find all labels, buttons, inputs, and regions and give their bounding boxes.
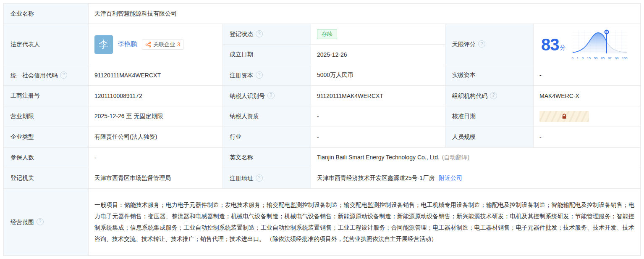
related-companies-label: 关联企业 <box>153 41 175 48</box>
taxpayer-qualification-value: - <box>311 106 445 127</box>
english-name-label: 英文名称 <box>223 148 311 168</box>
related-companies-icon <box>145 42 151 48</box>
taxpayer-id-label: 纳税人识别号 <box>230 92 265 99</box>
axis-tick: 15 <box>587 56 591 60</box>
reg-address-label-cell: 注册地址? <box>223 168 311 189</box>
taxpayer-id-label-cell: 纳税人识别号? <box>223 86 311 106</box>
reg-status-value-cell: 存续 <box>311 24 445 45</box>
axis-tick: 50 <box>594 56 598 60</box>
staff-size-value: - <box>534 127 641 148</box>
reg-address-label: 注册地址 <box>230 174 253 181</box>
paid-capital-label: 实缴资本 <box>445 65 534 86</box>
help-icon[interactable]: ? <box>256 30 263 37</box>
company-name-value: 天津百利智慧能源科技有限公司 <box>89 4 641 24</box>
insured-count-label: 参保人数 <box>4 148 89 168</box>
company-info-table: 企业名称 天津百利智慧能源科技有限公司 法定代表人 李 李艳鹏 关联企业 3 <box>3 3 641 256</box>
score-label: 天眼评分 <box>452 41 476 48</box>
paid-capital-value: - <box>534 65 641 86</box>
credit-code-label: 统一社会信用代码 <box>10 71 58 78</box>
avatar[interactable]: 李 <box>94 35 113 54</box>
related-companies-count: 3 <box>177 41 180 48</box>
est-date-label: 成立日期 <box>223 45 311 65</box>
table-row: 法定代表人 李 李艳鹏 关联企业 3 登记状态? <box>4 24 641 45</box>
table-row: 参保人数 - 英文名称 Tianjin Baili Smart Energy T… <box>4 148 641 168</box>
reg-address-value-cell: 天津市西青经济技术开发区鑫源道25号-1厂房附近公司 <box>311 168 641 189</box>
insured-count-value: - <box>89 148 223 168</box>
help-icon[interactable]: ? <box>60 71 67 79</box>
staff-size-label: 人员规模 <box>445 127 534 148</box>
help-icon[interactable]: ? <box>256 174 263 182</box>
legal-rep-cell: 李 李艳鹏 关联企业 3 <box>89 24 223 65</box>
approval-date-label: 核准日期 <box>445 106 534 127</box>
table-row: 工商注册号 120111000891172 纳税人识别号? 91120111MA… <box>4 86 641 106</box>
axis-tick: 99 <box>615 56 619 60</box>
table-row: 企业类型 有限责任公司(法人独资) 行业 - 人员规模 - <box>4 127 641 148</box>
credit-code-label-cell: 统一社会信用代码? <box>4 65 89 86</box>
legal-rep-name-link[interactable]: 李艳鹏 <box>118 40 137 48</box>
score-number: 83 <box>541 37 559 52</box>
approval-date-value-cell <box>534 106 641 127</box>
company-type-value: 有限责任公司(法人独资) <box>89 127 223 148</box>
reg-capital-label-cell: 注册资本? <box>223 65 311 86</box>
axis-tick: 1 <box>577 56 579 60</box>
axis-tick: 97 <box>608 56 612 60</box>
reg-address-value: 天津市西青经济技术开发区鑫源道25号-1厂房 <box>317 174 435 181</box>
table-row: 营业期限 2025-12-26 至 无固定期限 纳税人资质 - 核准日期 <box>4 106 641 127</box>
legal-rep-label: 法定代表人 <box>4 24 89 65</box>
industry-label: 行业 <box>223 127 311 148</box>
reg-capital-label: 注册资本 <box>230 71 253 78</box>
table-row: 登记机关 天津市西青区市场监督管理局 注册地址? 天津市西青经济技术开发区鑫源道… <box>4 168 641 189</box>
taxpayer-id-value: 91120111MAK4WERCXT <box>311 86 445 106</box>
table-row: 企业名称 天津百利智慧能源科技有限公司 <box>4 4 641 24</box>
help-icon[interactable]: ? <box>37 218 44 225</box>
business-scope-label-cell: 经营范围? <box>4 189 89 256</box>
taxpayer-qualification-label: 纳税人资质 <box>223 106 311 127</box>
help-icon[interactable]: ? <box>267 92 275 99</box>
lock-icon <box>561 114 567 119</box>
approval-date-locked-placeholder[interactable] <box>539 111 589 122</box>
auto-translate-note: (自动翻译) <box>442 154 469 161</box>
nearby-companies-link[interactable]: 附近公司 <box>439 174 462 181</box>
business-scope-label: 经营范围 <box>10 218 34 225</box>
score-unit: 分 <box>560 44 566 52</box>
est-date-value: 2025-12-26 <box>311 45 445 65</box>
status-badge: 存续 <box>317 29 337 39</box>
company-name-label: 企业名称 <box>4 4 89 24</box>
reg-authority-label: 登记机关 <box>4 168 89 189</box>
reg-status-label-cell: 登记状态? <box>223 24 311 45</box>
axis-tick: 100 <box>622 56 627 60</box>
english-name-value: Tianjin Baili Smart Energy Technology Co… <box>317 154 440 161</box>
business-scope-value: 一般项目：储能技术服务；电力电子元器件制造；发电技术服务；输变配电监测控制设备制… <box>94 199 634 245</box>
related-companies-badge[interactable]: 关联企业 3 <box>142 40 183 50</box>
axis-tick: 0 <box>572 56 573 60</box>
score-value-link[interactable]: 83 分 <box>541 37 566 52</box>
business-term-label: 营业期限 <box>4 106 89 127</box>
org-code-label: 组织机构代码 <box>452 92 487 99</box>
table-row: 统一社会信用代码? 91120111MAK4WERCXT 注册资本? 5000万… <box>4 65 641 86</box>
reg-status-label: 登记状态 <box>230 30 253 37</box>
score-label-cell: 天眼评分? <box>445 24 534 65</box>
business-term-value: 2025-12-26 至 无固定期限 <box>89 106 223 127</box>
score-distribution-chart[interactable]: 0 1 3 15 50 85 97 99 100 <box>572 29 628 60</box>
score-cell: 83 分 <box>534 24 641 65</box>
industry-value: - <box>311 127 445 148</box>
company-type-label: 企业类型 <box>4 127 89 148</box>
axis-tick: 3 <box>582 56 584 60</box>
table-row: 经营范围? 一般项目：储能技术服务；电力电子元器件制造；发电技术服务；输变配电监… <box>4 189 641 256</box>
org-code-value: MAK4WERC-X <box>534 86 641 106</box>
org-code-label-cell: 组织机构代码? <box>445 86 534 106</box>
reg-number-label: 工商注册号 <box>4 86 89 106</box>
credit-code-value: 91120111MAK4WERCXT <box>89 65 223 86</box>
score-curve-svg <box>572 29 628 56</box>
help-icon[interactable]: ? <box>478 40 485 48</box>
company-profile-table-wrapper: 企业名称 天津百利智慧能源科技有限公司 法定代表人 李 李艳鹏 关联企业 3 <box>0 0 644 259</box>
score-axis-ticks: 0 1 3 15 50 85 97 99 100 <box>572 56 628 60</box>
business-scope-value-cell: 一般项目：储能技术服务；电力电子元器件制造；发电技术服务；输变配电监测控制设备制… <box>89 189 641 256</box>
english-name-value-cell: Tianjin Baili Smart Energy Technology Co… <box>311 148 641 168</box>
reg-capital-value: 5000万人民币 <box>311 65 445 86</box>
help-icon[interactable]: ? <box>256 71 263 79</box>
reg-number-value: 120111000891172 <box>89 86 223 106</box>
help-icon[interactable]: ? <box>490 92 497 99</box>
axis-tick: 85 <box>601 56 605 60</box>
reg-authority-value: 天津市西青区市场监督管理局 <box>89 168 223 189</box>
